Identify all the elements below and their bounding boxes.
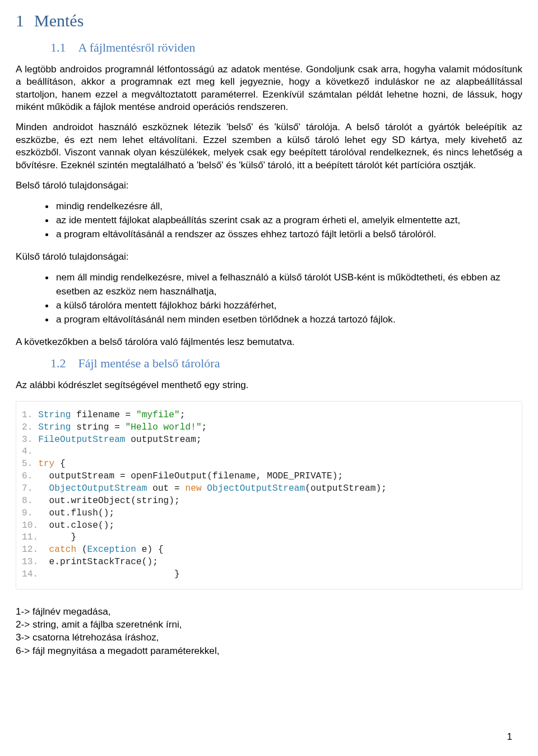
- list-item: a program eltávolításánál nem minden ese…: [55, 312, 522, 326]
- paragraph-6: Az alábbi kódrészlet segítségével menthe…: [16, 379, 522, 391]
- external-storage-list: nem áll mindig rendelkezésre, mivel a fe…: [16, 270, 522, 326]
- heading-1: 1 Mentés: [16, 11, 522, 30]
- explain-line: 2-> string, amit a fájlba szeretnénk írn…: [16, 618, 522, 631]
- page-number: 1: [507, 731, 512, 743]
- heading-1-number: 1: [16, 11, 24, 30]
- paragraph-1: A legtöbb androidos programnál létfontos…: [16, 63, 522, 113]
- paragraph-3: Belső tároló tulajdonságai:: [16, 179, 522, 191]
- code-explanation: 1-> fájlnév megadása, 2-> string, amit a…: [16, 605, 522, 657]
- paragraph-5: A következőkben a belső tárolóra való fá…: [16, 335, 522, 348]
- code-block: 1. String filename = "myfile"; 2. String…: [16, 401, 522, 589]
- heading-2-text: A fájlmentésről röviden: [78, 40, 196, 55]
- heading-2-section-1-2: 1.2 Fájl mentése a belső tárolóra: [50, 356, 522, 371]
- explain-line: 3-> csatorna létrehozása íráshoz,: [16, 631, 522, 644]
- list-item: az ide mentett fájlokat alapbeállítás sz…: [55, 213, 522, 227]
- explain-line: 1-> fájlnév megadása,: [16, 605, 522, 618]
- heading-2-number: 1.1: [50, 40, 66, 55]
- list-item: a külső tárolóra mentett fájlokhoz bárki…: [55, 298, 522, 312]
- heading-1-text: Mentés: [34, 11, 84, 30]
- paragraph-4: Külső tároló tulajdonságai:: [16, 250, 522, 262]
- heading-2-section-1-1: 1.1 A fájlmentésről röviden: [50, 40, 522, 55]
- heading-2-text: Fájl mentése a belső tárolóra: [78, 356, 220, 371]
- list-item: a program eltávolításánál a rendszer az …: [55, 227, 522, 241]
- list-item: mindig rendelkezésre áll,: [55, 199, 522, 213]
- paragraph-2: Minden androidot használó eszköznek léte…: [16, 121, 522, 170]
- internal-storage-list: mindig rendelkezésre áll, az ide mentett…: [16, 199, 522, 241]
- heading-2-number: 1.2: [50, 356, 66, 371]
- list-item: nem áll mindig rendelkezésre, mivel a fe…: [55, 270, 522, 298]
- explain-line: 6-> fájl megnyitása a megadott paraméter…: [16, 644, 522, 657]
